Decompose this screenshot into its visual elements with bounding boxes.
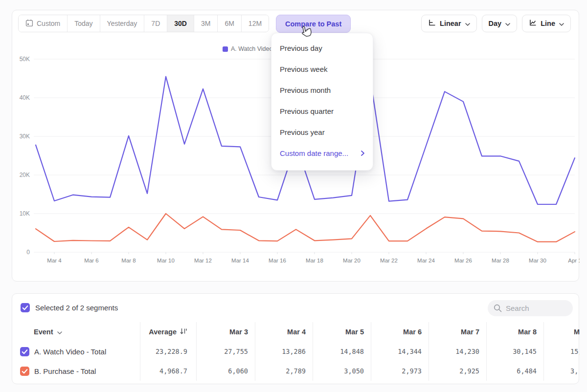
average-cell: 23,228.9 xyxy=(140,342,196,361)
x-tick-label: Mar 16 xyxy=(269,258,286,263)
cell-value: 13,286 xyxy=(282,348,306,355)
chevron-right-icon xyxy=(361,149,364,157)
select-all-checkbox[interactable] xyxy=(21,303,30,312)
menu-item-previous-day[interactable]: Previous day xyxy=(271,38,373,59)
x-tick-label: Mar 4 xyxy=(47,258,62,263)
column-header-label: Mar 7 xyxy=(461,328,479,336)
column-header-label: Event xyxy=(34,328,53,336)
x-tick-label: Apr 1 xyxy=(568,258,580,263)
cell-value: 3, xyxy=(570,367,578,375)
segments-table: EventAverageMar 3Mar 4Mar 5Mar 6Mar 7Mar… xyxy=(12,322,580,381)
average-value: 23,228.9 xyxy=(156,348,187,355)
x-tick-label: Mar 20 xyxy=(343,258,361,263)
cell-value: 14,344 xyxy=(398,348,422,355)
cell-value: 2,973 xyxy=(402,367,422,375)
value-cell: 2,925 xyxy=(429,361,486,381)
column-header-mar-7: Mar 7 xyxy=(429,322,486,342)
segment-checkbox[interactable] xyxy=(20,347,29,356)
average-value: 4,968.7 xyxy=(159,367,187,375)
chart-card: CustomTodayYesterday7D30D3M6M12M Compare… xyxy=(12,10,579,282)
menu-item-previous-quarter[interactable]: Previous quarter xyxy=(271,101,373,122)
column-header-event[interactable]: Event xyxy=(12,322,140,342)
cell-value: 3,050 xyxy=(344,367,364,375)
column-header-m: M xyxy=(543,322,580,342)
selected-segments-label: Selected 2 of 2 segments xyxy=(35,304,118,312)
legend-label: A. Watch Video xyxy=(231,45,272,52)
value-cell: 14,344 xyxy=(371,342,429,361)
legend-item-a[interactable]: A. Watch Video xyxy=(223,45,272,52)
cell-value: 30,145 xyxy=(513,348,537,355)
y-tick-label: 30K xyxy=(20,133,30,140)
value-cell: 15, xyxy=(543,342,580,361)
column-header-average[interactable]: Average xyxy=(140,322,196,342)
x-tick-label: Mar 14 xyxy=(231,258,249,263)
x-tick-label: Mar 26 xyxy=(454,258,472,263)
cell-value: 2,925 xyxy=(459,367,479,375)
x-tick-label: Mar 30 xyxy=(529,258,546,263)
cell-value: 6,060 xyxy=(228,367,248,375)
sort-descending-icon xyxy=(180,327,187,336)
column-header-mar-5: Mar 5 xyxy=(313,322,371,342)
column-header-label: Mar 8 xyxy=(518,328,537,336)
value-cell: 2,973 xyxy=(371,361,429,381)
menu-item-previous-year[interactable]: Previous year xyxy=(271,122,373,143)
x-tick-label: Mar 10 xyxy=(157,258,175,263)
value-cell: 13,286 xyxy=(255,342,313,361)
x-tick-label: Mar 18 xyxy=(306,258,323,263)
legend-swatch xyxy=(223,46,228,52)
segment-checkbox[interactable] xyxy=(20,367,29,376)
cell-value: 2,789 xyxy=(286,367,306,375)
column-header-mar-3: Mar 3 xyxy=(196,322,255,342)
x-tick-label: Mar 6 xyxy=(84,258,98,263)
table-row-label: A. Watch Video - Total xyxy=(12,342,140,361)
x-tick-label: Mar 22 xyxy=(380,258,398,263)
column-header-mar-4: Mar 4 xyxy=(255,322,313,342)
y-tick-label: 10K xyxy=(20,210,30,217)
search-box xyxy=(488,300,573,316)
x-tick-label: Mar 8 xyxy=(121,258,135,263)
y-tick-label: 0 xyxy=(26,249,30,256)
search-icon xyxy=(493,304,502,315)
y-tick-label: 40K xyxy=(20,94,30,101)
column-header-label: Mar 6 xyxy=(403,328,422,336)
y-tick-label: 20K xyxy=(20,172,30,178)
value-cell: 27,755 xyxy=(196,342,255,361)
average-cell: 4,968.7 xyxy=(140,361,196,381)
column-header-label: Mar 5 xyxy=(345,328,364,336)
table-row-label: B. Purchase - Total xyxy=(12,361,140,381)
cell-value: 15, xyxy=(570,348,580,355)
x-tick-label: Mar 24 xyxy=(417,258,435,263)
value-cell: 3,050 xyxy=(313,361,371,381)
chevron-down-icon xyxy=(57,328,62,336)
segments-table-card: Selected 2 of 2 segments EventAverageMar… xyxy=(12,293,579,384)
value-cell: 2,789 xyxy=(255,361,313,381)
segment-name: A. Watch Video - Total xyxy=(34,348,106,356)
cell-value: 14,848 xyxy=(340,348,364,355)
menu-item-previous-month[interactable]: Previous month xyxy=(271,80,373,101)
series-line-purchase[interactable] xyxy=(36,214,575,242)
value-cell: 30,145 xyxy=(486,342,543,361)
value-cell: 3, xyxy=(543,361,580,381)
custom-date-range-label: Custom date range... xyxy=(280,149,348,157)
segment-name: B. Purchase - Total xyxy=(34,367,96,375)
column-header-label: Average xyxy=(149,328,177,336)
x-tick-label: Mar 12 xyxy=(194,258,212,263)
x-tick-label: Mar 28 xyxy=(492,258,509,263)
cell-value: 6,484 xyxy=(517,367,537,375)
compare-to-past-menu: Previous dayPrevious weekPrevious monthP… xyxy=(271,33,373,171)
column-header-mar-8: Mar 8 xyxy=(486,322,543,342)
column-header-label: Mar 3 xyxy=(229,328,248,336)
cell-value: 14,230 xyxy=(455,348,479,355)
column-header-label: M xyxy=(574,328,580,336)
value-cell: 6,484 xyxy=(486,361,543,381)
cell-value: 27,755 xyxy=(224,348,248,355)
column-header-mar-6: Mar 6 xyxy=(371,322,429,342)
menu-item-custom-date-range[interactable]: Custom date range... xyxy=(271,143,373,164)
y-tick-label: 50K xyxy=(20,56,30,63)
value-cell: 6,060 xyxy=(196,361,255,381)
column-header-label: Mar 4 xyxy=(287,328,306,336)
menu-item-previous-week[interactable]: Previous week xyxy=(271,59,373,80)
value-cell: 14,230 xyxy=(429,342,486,361)
value-cell: 14,848 xyxy=(313,342,371,361)
segments-header: Selected 2 of 2 segments xyxy=(12,300,579,317)
